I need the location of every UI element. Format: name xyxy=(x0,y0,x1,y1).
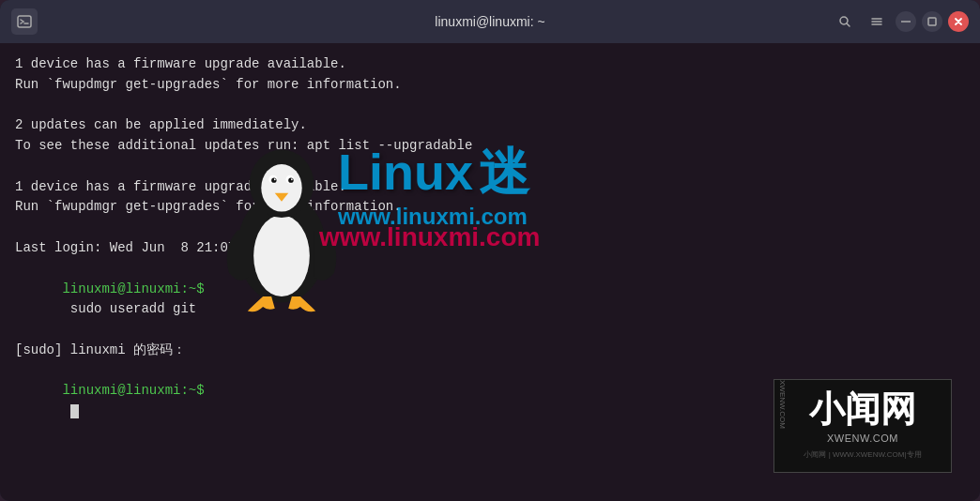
menu-button[interactable] xyxy=(864,8,890,35)
terminal-body[interactable]: 1 device has a firmware upgrade availabl… xyxy=(0,43,980,501)
svg-rect-2 xyxy=(928,18,936,25)
titlebar-controls xyxy=(832,8,969,35)
term-line-5: 1 device has a firmware upgrade availabl… xyxy=(15,177,965,198)
close-button[interactable] xyxy=(948,11,969,32)
term-line-1: 1 device has a firmware upgrade availabl… xyxy=(15,54,965,75)
term-line-10: linuxmi@linuxmi:~$ xyxy=(15,360,965,442)
term-line-9: [sudo] linuxmi 的密码： xyxy=(15,341,965,361)
term-line-2: Run `fwupdmgr get-upgrades` for more inf… xyxy=(15,75,965,96)
term-line-7: Last login: Wed Jun 8 21:07:23 2022 xyxy=(15,238,965,259)
prompt-green-2: linuxmi@linuxmi:~$ xyxy=(62,383,204,398)
prompt-green-1: linuxmi@linuxmi:~$ xyxy=(62,281,204,296)
terminal-icon xyxy=(11,8,38,35)
cmd-1: sudo useradd git xyxy=(62,301,196,316)
term-line-8: linuxmi@linuxmi:~$ sudo useradd git xyxy=(15,259,965,341)
minimize-button[interactable] xyxy=(896,11,916,32)
cursor-space xyxy=(62,403,69,418)
term-line-3: 2 updates can be applied immediately. xyxy=(15,115,965,136)
term-line-6: Run `fwupdmgr get-upgrades` for more inf… xyxy=(15,197,965,218)
titlebar-left xyxy=(11,8,38,35)
maximize-button[interactable] xyxy=(922,11,942,32)
terminal-cursor xyxy=(70,404,79,418)
titlebar: linuxmi@linuxmi: ~ xyxy=(0,0,980,43)
term-line-4: To see these additional updates run: apt… xyxy=(15,136,965,157)
term-blank-1 xyxy=(15,95,965,115)
term-blank-3 xyxy=(15,218,965,238)
terminal-window: linuxmi@linuxmi: ~ xyxy=(0,0,980,501)
xwenw-sub: 小闻网 | WWW.XWENW.COM|专用 xyxy=(804,449,921,461)
window-title: linuxmi@linuxmi: ~ xyxy=(435,14,544,29)
term-blank-2 xyxy=(15,157,965,177)
search-button[interactable] xyxy=(832,8,858,35)
